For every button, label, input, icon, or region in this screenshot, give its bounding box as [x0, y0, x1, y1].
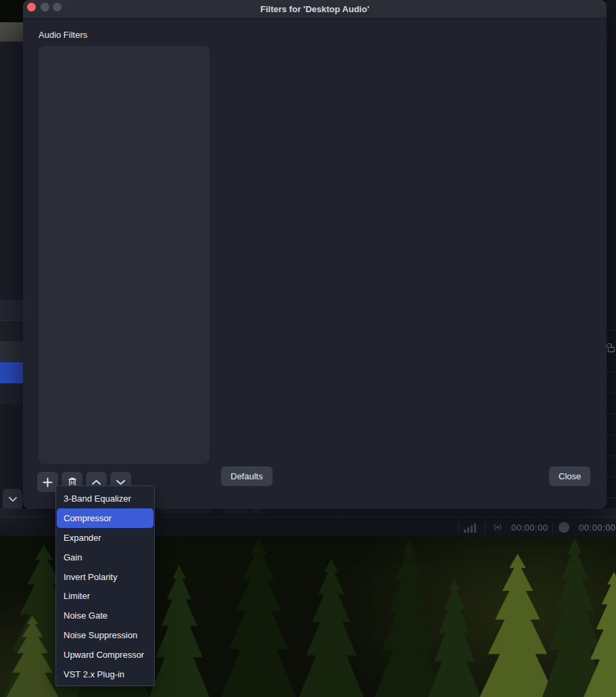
- menu-item-upward-compressor[interactable]: Upward Compressor: [56, 645, 154, 665]
- menu-item-limiter[interactable]: Limiter: [56, 586, 154, 606]
- dialog-title: Filters for 'Desktop Audio': [23, 4, 607, 14]
- obs-panel-header-sliver: [0, 299, 23, 321]
- record-timer: 00:00:00: [579, 523, 616, 533]
- record-circle-icon: [559, 522, 569, 533]
- obs-control-sliver: [157, 508, 211, 513]
- chevron-up-icon: [91, 479, 101, 485]
- menu-item-vst-2x-plugin[interactable]: VST 2.x Plug-in: [56, 665, 154, 684]
- close-button[interactable]: Close: [549, 466, 590, 486]
- menu-item-expander[interactable]: Expander: [56, 528, 154, 548]
- plus-icon: [43, 477, 53, 487]
- divider: [552, 521, 553, 533]
- menu-item-noise-suppression[interactable]: Noise Suppression: [56, 625, 154, 645]
- audio-filters-list[interactable]: [39, 46, 210, 464]
- menu-item-compressor[interactable]: Compressor: [57, 508, 153, 528]
- stream-timer: 00:00:00: [511, 523, 548, 533]
- signal-bars-icon: [464, 522, 479, 533]
- obs-row-separators: [607, 310, 616, 512]
- chevron-down-icon: [8, 496, 18, 502]
- dialog-titlebar: Filters for 'Desktop Audio': [23, 0, 607, 19]
- obs-list-row: [0, 383, 23, 404]
- obs-list-row: [0, 341, 23, 362]
- obs-control-sliver: [223, 508, 247, 513]
- obs-selected-row: [0, 362, 23, 383]
- obs-main-window-right-edge: [607, 0, 616, 536]
- add-filter-menu: 3-Band Equalizer Compressor Expander Gai…: [55, 485, 155, 686]
- obs-move-down-button[interactable]: [3, 489, 22, 510]
- screen: 00:00:00 00:00:00 Filters for 'Desktop A…: [0, 0, 616, 697]
- menu-item-noise-gate[interactable]: Noise Gate: [56, 606, 154, 625]
- obs-control-sliver: [252, 508, 262, 513]
- broadcast-icon: [491, 521, 504, 534]
- audio-filters-heading: Audio Filters: [39, 30, 87, 40]
- chevron-down-icon: [116, 479, 126, 485]
- obs-main-window-left-edge: [0, 22, 23, 536]
- menu-item-gain[interactable]: Gain: [56, 548, 154, 567]
- filters-dialog: Filters for 'Desktop Audio' Audio Filter…: [23, 0, 607, 508]
- lock-icon: [608, 347, 615, 352]
- tree-silhouette: [281, 558, 382, 697]
- obs-list-row: [0, 322, 23, 341]
- menu-item-3-band-equalizer[interactable]: 3-Band Equalizer: [56, 489, 154, 508]
- defaults-button[interactable]: Defaults: [221, 466, 273, 486]
- divider: [485, 521, 485, 533]
- divider: [458, 521, 459, 533]
- obs-titlebar-sliver: [0, 22, 23, 42]
- menu-item-invert-polarity[interactable]: Invert Polarity: [56, 567, 154, 587]
- tree-silhouette: [199, 538, 318, 697]
